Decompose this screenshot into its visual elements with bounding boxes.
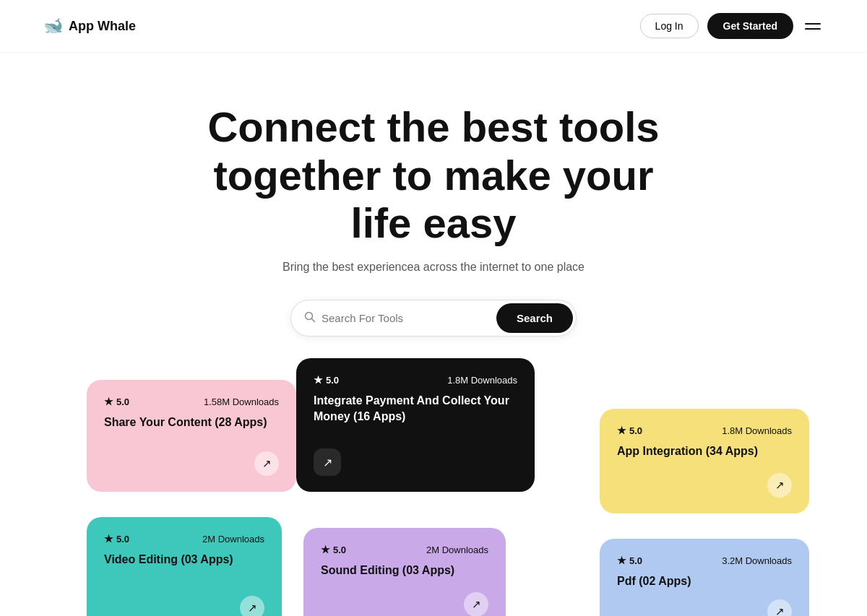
hamburger-line-1 xyxy=(805,23,821,25)
card-video-rating: ★ 5.0 xyxy=(104,533,129,545)
hero-headline-line1: Connect the best tools xyxy=(207,103,659,150)
logo-text: App Whale xyxy=(69,19,136,34)
search-button[interactable]: Search xyxy=(496,303,573,333)
hero-section: Connect the best tools together to make … xyxy=(0,53,867,365)
card-payment[interactable]: ★ 5.0 1.8M Downloads Integrate Payment A… xyxy=(296,358,535,492)
search-input[interactable] xyxy=(322,312,480,324)
card-payment-downloads: 1.8M Downloads xyxy=(447,375,517,386)
card-pdf-title: Pdf (02 Apps) xyxy=(617,573,792,592)
star-icon: ★ xyxy=(104,396,113,407)
login-button[interactable]: Log In xyxy=(640,14,699,38)
card-integration-downloads: 1.8M Downloads xyxy=(722,425,792,436)
card-pdf[interactable]: ★ 5.0 3.2M Downloads Pdf (02 Apps) ↗ xyxy=(600,539,809,616)
search-bar: Search xyxy=(290,300,577,337)
card-share-rating: ★ 5.0 xyxy=(104,396,129,407)
card-sound-meta: ★ 5.0 2M Downloads xyxy=(321,544,488,555)
card-video-downloads: 2M Downloads xyxy=(202,534,264,545)
hamburger-menu-button[interactable] xyxy=(802,20,824,32)
star-icon: ★ xyxy=(321,544,330,555)
card-integration-arrow[interactable]: ↗ xyxy=(767,473,792,498)
card-sound-downloads: 2M Downloads xyxy=(426,545,488,555)
card-payment-arrow[interactable]: ↗ xyxy=(314,448,341,476)
search-icon xyxy=(304,311,316,326)
card-pdf-downloads: 3.2M Downloads xyxy=(722,555,792,566)
card-payment-meta: ★ 5.0 1.8M Downloads xyxy=(314,374,517,386)
card-sound-rating: ★ 5.0 xyxy=(321,544,346,555)
card-video-arrow[interactable]: ↗ xyxy=(240,596,264,616)
card-integration-meta: ★ 5.0 1.8M Downloads xyxy=(617,425,792,436)
card-share-title: Share Your Content (28 Apps) xyxy=(104,415,279,444)
cards-section: ★ 5.0 1.58M Downloads Share Your Content… xyxy=(0,365,867,616)
card-share-arrow[interactable]: ↗ xyxy=(254,451,279,476)
star-icon: ★ xyxy=(104,533,113,545)
card-sound-arrow[interactable]: ↗ xyxy=(464,592,488,616)
navbar: 🐋 App Whale Log In Get Started xyxy=(0,0,867,53)
card-share-downloads: 1.58M Downloads xyxy=(204,396,279,407)
logo: 🐋 App Whale xyxy=(43,17,136,35)
hero-subtext: Bring the best experiencea across the in… xyxy=(29,261,838,274)
card-payment-title: Integrate Payment And Collect Your Money… xyxy=(314,393,517,437)
card-sound-title: Sound Editing (03 Apps) xyxy=(321,563,488,585)
card-integration-rating: ★ 5.0 xyxy=(617,425,642,436)
logo-whale-icon: 🐋 xyxy=(43,17,63,35)
card-video[interactable]: ★ 5.0 2M Downloads Video Editing (03 App… xyxy=(87,517,282,616)
card-share-meta: ★ 5.0 1.58M Downloads xyxy=(104,396,279,407)
card-video-title: Video Editing (03 Apps) xyxy=(104,552,264,589)
star-icon: ★ xyxy=(617,555,626,566)
card-video-meta: ★ 5.0 2M Downloads xyxy=(104,533,264,545)
nav-right: Log In Get Started xyxy=(640,13,824,39)
hamburger-line-2 xyxy=(805,28,821,30)
card-pdf-meta: ★ 5.0 3.2M Downloads xyxy=(617,555,792,566)
get-started-button[interactable]: Get Started xyxy=(707,13,793,39)
card-pdf-arrow[interactable]: ↗ xyxy=(767,599,792,616)
card-pdf-rating: ★ 5.0 xyxy=(617,555,642,566)
hero-headline: Connect the best tools together to make … xyxy=(181,103,686,248)
hero-headline-line2: together to make your life easy xyxy=(213,152,653,247)
card-sound[interactable]: ★ 5.0 2M Downloads Sound Editing (03 App… xyxy=(303,528,506,616)
card-share[interactable]: ★ 5.0 1.58M Downloads Share Your Content… xyxy=(87,380,296,492)
card-payment-rating: ★ 5.0 xyxy=(314,374,339,386)
svg-line-1 xyxy=(311,318,314,321)
search-inner xyxy=(291,304,493,333)
star-icon: ★ xyxy=(314,374,323,386)
card-integration-title: App Integration (34 Apps) xyxy=(617,443,792,466)
card-integration[interactable]: ★ 5.0 1.8M Downloads App Integration (34… xyxy=(600,409,809,513)
star-icon: ★ xyxy=(617,425,626,436)
